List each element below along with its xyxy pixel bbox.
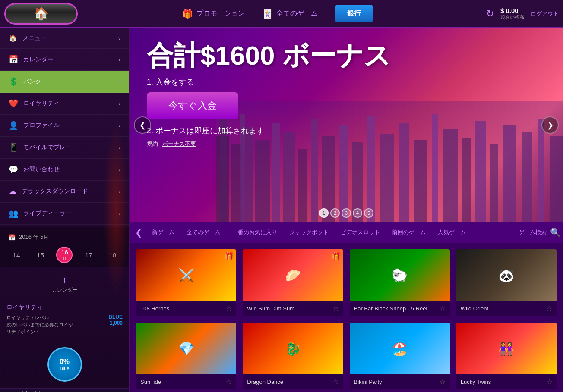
fav-star-dragondance[interactable]: ☆ bbox=[333, 378, 339, 386]
mobile-chevron: › bbox=[118, 144, 120, 151]
sidebar-item-live[interactable]: 👥 ライブディーラー › bbox=[0, 203, 129, 225]
fav-star-wildorient[interactable]: ☆ bbox=[546, 304, 552, 313]
hero-dot-4[interactable]: 4 bbox=[353, 208, 362, 218]
game-card-luckytwins[interactable]: 👭 Lucky Twins ☆ bbox=[456, 323, 557, 389]
sidebar-item-mobile-label: モバイルでプレー bbox=[23, 144, 72, 151]
hero-dot-5[interactable]: 5 bbox=[364, 208, 373, 218]
hero-dot-3[interactable]: 3 bbox=[342, 208, 351, 218]
logo-button[interactable]: 🏠 bbox=[4, 3, 78, 25]
status-bar: secure-lobby/ja/ bbox=[0, 388, 129, 392]
loyalty-title: ロイヤリティ bbox=[6, 304, 123, 311]
tab-ジャックポット[interactable]: ジャックポット bbox=[283, 222, 335, 243]
fav-star-bikini[interactable]: ☆ bbox=[440, 378, 446, 386]
hero-prev-button[interactable]: ❮ bbox=[134, 116, 151, 134]
game-card-suntide[interactable]: 💎 SunTide ☆ bbox=[136, 323, 236, 389]
game-thumb-dragondance: 🐉 bbox=[243, 323, 343, 374]
balance-info: $ 0.00 現在の残高 bbox=[500, 7, 524, 21]
tab-一番のお気に入り[interactable]: 一番のお気に入り bbox=[226, 222, 283, 243]
calendar-icon-header: 📅 bbox=[9, 234, 16, 241]
loyalty-circle-container: 0% Blue bbox=[0, 341, 129, 388]
game-art-heroes108: ⚔️ bbox=[136, 249, 236, 301]
game-name-wildorient: Wild Orient bbox=[461, 305, 488, 312]
game-art-barbar: 🐑 bbox=[350, 249, 450, 301]
hero-link2[interactable]: ボーナス不要 bbox=[162, 140, 196, 148]
game-name-dragondance: Dragon Dance bbox=[247, 379, 283, 385]
hero-next-button[interactable]: ❯ bbox=[541, 116, 559, 134]
calendar-date-14[interactable]: 14 bbox=[8, 247, 25, 263]
menu-header-label: メニュー bbox=[22, 34, 47, 42]
game-thumb-bikini: 🏖️ bbox=[350, 323, 450, 374]
tab-人気ゲーム[interactable]: 人気ゲーム bbox=[432, 222, 472, 243]
svg-rect-8 bbox=[298, 149, 307, 222]
game-card-barbar[interactable]: 🐑 Bar Bar Black Sheep - 5 Reel ☆ bbox=[350, 249, 450, 316]
loyalty-chevron: › bbox=[118, 100, 120, 107]
sidebar-item-bank[interactable]: 💲 バンク › bbox=[0, 71, 129, 93]
sidebar-item-mobile[interactable]: 📱 モバイルでプレー › bbox=[0, 137, 129, 159]
tab-ビデオスロット[interactable]: ビデオスロット bbox=[335, 222, 386, 243]
sidebar-item-menu-header: 🏠 メニュー › bbox=[0, 28, 129, 49]
tab-新ゲーム[interactable]: 新ゲーム bbox=[146, 222, 180, 243]
game-card-winsum[interactable]: 🥟 🎁 Win Sum Dim Sum ☆ bbox=[243, 249, 343, 316]
sidebar: 🏠 メニュー › 📅 カレンダー › 💲 バンク › ❤️ ロイヤ bbox=[0, 28, 130, 392]
game-info-dragondance: Dragon Dance ☆ bbox=[243, 374, 343, 389]
hero-step1: 1. 入金をする bbox=[147, 77, 391, 87]
game-card-heroes108[interactable]: ⚔️ 🎁 108 Heroes ☆ bbox=[136, 249, 236, 316]
hero-dot-1[interactable]: 1 bbox=[319, 208, 329, 218]
main-layout: 🏠 メニュー › 📅 カレンダー › 💲 バンク › ❤️ ロイヤ bbox=[0, 28, 563, 392]
fav-star-luckytwins[interactable]: ☆ bbox=[546, 378, 552, 386]
sidebar-item-download[interactable]: ☁ デラックスダウンロード › bbox=[0, 181, 129, 203]
calendar-date-16[interactable]: 16月 bbox=[56, 247, 73, 263]
tab-全てのゲーム[interactable]: 全てのゲーム bbox=[180, 222, 226, 243]
logout-button[interactable]: ログアウト bbox=[531, 10, 559, 18]
search-icon-button[interactable]: 🔍 bbox=[550, 227, 561, 238]
menu-chevron: › bbox=[118, 34, 120, 42]
fav-star-barbar[interactable]: ☆ bbox=[440, 304, 446, 313]
top-header: 🏠 🎁 プロモーション 🃏 全てのゲーム 銀行 ↻ $ 0.00 現在の残高 ロ… bbox=[0, 0, 563, 28]
calendar-month-label: 2016 年 5月 bbox=[19, 233, 49, 241]
gift-badge-winsum: 🎁 bbox=[332, 251, 341, 261]
calendar-header: 📅 2016 年 5月 bbox=[4, 231, 125, 243]
fav-star-suntide[interactable]: ☆ bbox=[226, 378, 232, 386]
calendar-date-17[interactable]: 17 bbox=[80, 247, 97, 263]
profile-icon: 👤 bbox=[9, 121, 18, 130]
tab-前回のゲーム[interactable]: 前回のゲーム bbox=[386, 222, 432, 243]
home-icon: 🏠 bbox=[34, 6, 49, 21]
svg-rect-17 bbox=[432, 114, 438, 222]
games-area: ⚔️ 🎁 108 Heroes ☆ 🥟 🎁 Win Sum Dim Sum ☆ … bbox=[130, 243, 563, 392]
calendar-date-18[interactable]: 18 bbox=[104, 247, 121, 263]
sidebar-item-contact[interactable]: 💬 お問い合わせ › bbox=[0, 159, 129, 181]
game-info-suntide: SunTide ☆ bbox=[136, 374, 236, 389]
tab-search: ゲーム検索 🔍 bbox=[519, 227, 561, 238]
status-url: secure-lobby/ja/ bbox=[6, 390, 40, 392]
calendar-date-15[interactable]: 15 bbox=[32, 247, 49, 263]
hero-dot-2[interactable]: 2 bbox=[330, 208, 340, 218]
calendar-section: 📅 2016 年 5月 141516月1718 bbox=[0, 227, 129, 267]
promo-nav-item[interactable]: 🎁 プロモーション bbox=[182, 9, 245, 19]
game-card-bikini[interactable]: 🏖️ Bikini Party ☆ bbox=[350, 323, 450, 389]
sidebar-item-loyalty[interactable]: ❤️ ロイヤリティ › bbox=[0, 93, 129, 115]
sidebar-item-profile[interactable]: 👤 プロファイル › bbox=[0, 115, 129, 137]
live-chevron: › bbox=[118, 210, 120, 217]
calendar-button[interactable]: ↑ カレンダー bbox=[0, 270, 129, 298]
sidebar-item-live-label: ライブディーラー bbox=[23, 210, 72, 217]
refresh-button[interactable]: ↻ bbox=[486, 8, 494, 19]
tabs-left-arrow[interactable]: ❮ bbox=[132, 227, 146, 238]
fav-star-heroes108[interactable]: ☆ bbox=[226, 304, 232, 313]
svg-rect-25 bbox=[550, 136, 563, 222]
game-info-winsum: Win Sum Dim Sum ☆ bbox=[243, 301, 343, 316]
game-card-dragondance[interactable]: 🐉 Dragon Dance ☆ bbox=[243, 323, 343, 389]
sidebar-item-calendar[interactable]: 📅 カレンダー › bbox=[0, 49, 129, 71]
fav-star-winsum[interactable]: ☆ bbox=[333, 304, 339, 313]
balance-label: 現在の残高 bbox=[500, 14, 524, 21]
contact-icon: 💬 bbox=[9, 165, 18, 174]
profile-chevron: › bbox=[118, 122, 120, 129]
all-games-nav-item[interactable]: 🃏 全てのゲーム bbox=[262, 9, 318, 19]
deposit-button[interactable]: 今すぐ入金 bbox=[147, 92, 238, 119]
bank-button[interactable]: 銀行 bbox=[335, 5, 373, 22]
loyalty-section: ロイヤリティ ロイヤリティレベル次のレベルまでに必要なロイヤリティポイント BL… bbox=[0, 298, 129, 341]
live-icon: 👥 bbox=[9, 209, 18, 218]
game-name-winsum: Win Sum Dim Sum bbox=[247, 305, 294, 312]
header-right: ↻ $ 0.00 現在の残高 ログアウト bbox=[486, 7, 559, 21]
game-card-wildorient[interactable]: 🐼 Wild Orient ☆ bbox=[456, 249, 557, 316]
search-label: ゲーム検索 bbox=[519, 229, 547, 236]
